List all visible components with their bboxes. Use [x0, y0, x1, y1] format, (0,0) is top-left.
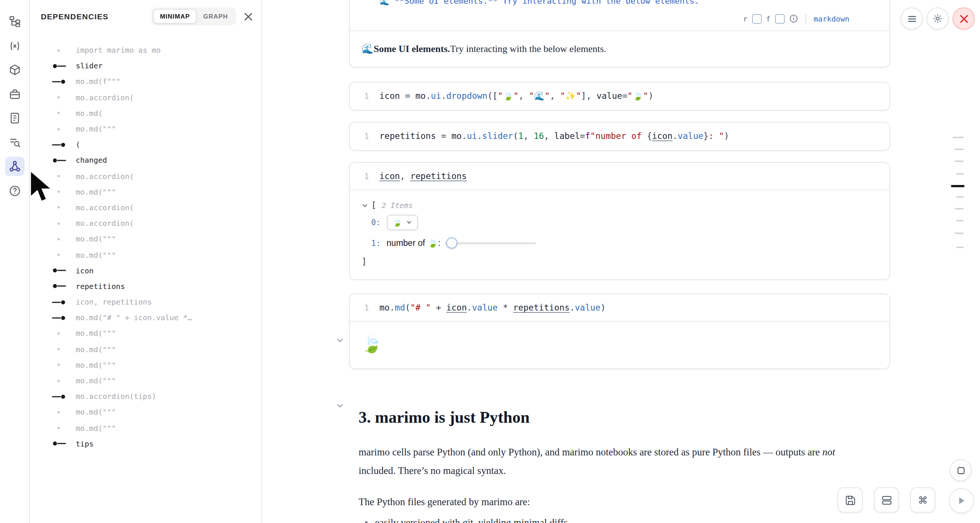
- command-icon: ⌘: [918, 494, 928, 505]
- save-icon: [845, 494, 856, 505]
- collapse-output-icon[interactable]: [336, 336, 345, 345]
- minimap-item-label: tips: [76, 440, 94, 448]
- repetitions-slider[interactable]: [445, 238, 536, 248]
- minimap-item-label: slider: [76, 62, 102, 70]
- code-cell-slider[interactable]: 1 repetitions = mo.ui.slider(1, 16, labe…: [349, 122, 890, 151]
- variables-icon[interactable]: [5, 36, 24, 55]
- tab-minimap[interactable]: MINIMAP: [153, 9, 197, 24]
- slider-thumb[interactable]: [446, 238, 457, 249]
- minimap-item[interactable]: mo.md(f""": [30, 74, 261, 89]
- search-list-icon[interactable]: [5, 132, 24, 152]
- markdown-editor[interactable]: 🌊 **Some UI elements.** Try interacting …: [350, 0, 889, 31]
- minimap-item[interactable]: changed: [30, 153, 261, 168]
- run-cell-button[interactable]: [949, 488, 974, 513]
- shutdown-button[interactable]: [953, 8, 975, 30]
- collapse-section-icon[interactable]: [336, 401, 345, 410]
- package-icon[interactable]: [5, 60, 24, 80]
- code-line[interactable]: repetitions = mo.ui.slider(1, 16, label=…: [379, 131, 729, 141]
- code-cell-dropdown[interactable]: 1 icon = mo.ui.dropdown(["🍃", "🌊", "✨"],…: [349, 82, 890, 111]
- tab-graph[interactable]: GRAPH: [197, 9, 235, 24]
- info-icon[interactable]: [789, 14, 798, 23]
- minimap-item[interactable]: mo.md(""": [30, 184, 261, 199]
- minimap-item[interactable]: tips: [30, 436, 261, 451]
- minimap-item[interactable]: icon: [30, 263, 261, 278]
- minimap-item[interactable]: mo.accordion(: [30, 168, 261, 184]
- toolbox-icon[interactable]: [5, 85, 24, 104]
- chevron-down-icon: [406, 219, 412, 225]
- markdown-source-line[interactable]: 🌊 **Some UI elements.** Try interacting …: [379, 0, 699, 7]
- panel-title: DEPENDENCIES: [41, 12, 109, 21]
- minimap-cell-marker[interactable]: [955, 148, 964, 150]
- code-line[interactable]: icon = mo.ui.dropdown(["🍃", "🌊", "✨"], v…: [379, 91, 653, 101]
- minimap-cell-marker[interactable]: [953, 137, 964, 138]
- minimap-item[interactable]: mo.md(""": [30, 247, 261, 263]
- definition-node-icon: [49, 441, 68, 447]
- notebook-menu-button[interactable]: [900, 8, 923, 30]
- minimap-item[interactable]: mo.md(""": [30, 231, 261, 247]
- minimap-item[interactable]: mo.md(""": [30, 326, 261, 341]
- minimap-item[interactable]: mo.accordion(: [30, 89, 261, 105]
- minimap-item-label: mo.md(""": [76, 235, 116, 243]
- minimap-item-label: mo.md(""": [76, 188, 116, 196]
- minimap-item[interactable]: (: [30, 137, 261, 152]
- dropdown-select[interactable]: 🍃: [387, 214, 418, 230]
- code-line[interactable]: icon, repetitions: [379, 171, 467, 181]
- reference-node-icon: [49, 393, 68, 399]
- layout-rows-button[interactable]: [874, 487, 899, 513]
- code-line[interactable]: mo.md("# " + icon.value * repetitions.va…: [379, 302, 606, 313]
- keyboard-shortcuts-button[interactable]: ⌘: [910, 487, 935, 513]
- minimap-item[interactable]: import marimo as mo: [30, 42, 261, 58]
- minimap-cell-marker[interactable]: [956, 173, 964, 175]
- icon-sidebar: [0, 0, 30, 523]
- minimap-current-cell-marker[interactable]: [951, 185, 964, 187]
- panel-toggle-button[interactable]: [950, 459, 972, 482]
- minimap-item[interactable]: mo.md(""": [30, 357, 261, 373]
- rows-icon: [881, 494, 892, 505]
- markdown-cell[interactable]: 🌊 **Some UI elements.** Try interacting …: [349, 0, 890, 68]
- minimap-item[interactable]: mo.md(""": [30, 405, 261, 420]
- output-text: Try interacting with the below elements.: [450, 43, 606, 55]
- minimap-item[interactable]: mo.accordion(: [30, 215, 261, 231]
- save-button[interactable]: [837, 487, 863, 513]
- file-tree-icon[interactable]: [5, 12, 24, 31]
- minimap-item[interactable]: mo.accordion(: [30, 200, 261, 215]
- minimap-item[interactable]: repetitions: [30, 279, 261, 294]
- code-cell-tuple[interactable]: 1 icon, repetitions [ 2 Items 0: 🍃 1:: [349, 162, 890, 280]
- minimap-cell-marker[interactable]: [955, 208, 964, 209]
- definition-node-icon: [49, 268, 68, 273]
- code-cell-md[interactable]: 1 mo.md("# " + icon.value * repetitions.…: [349, 293, 890, 369]
- node-dot-icon: [49, 47, 68, 53]
- minimap-item[interactable]: icon, repetitions: [30, 294, 261, 310]
- language-label[interactable]: markdown: [814, 14, 850, 23]
- minimap-item[interactable]: mo.accordion(tips): [30, 389, 261, 404]
- minimap-item[interactable]: mo.md(: [30, 105, 261, 121]
- minimap-tree: import marimo as moslidermo.md(f"""mo.ac…: [30, 33, 261, 452]
- minimap-item-label: import marimo as mo: [76, 46, 161, 54]
- minimap-item[interactable]: slider: [30, 58, 261, 73]
- minimap-item-label: icon, repetitions: [76, 298, 152, 306]
- node-dot-icon: [49, 220, 68, 226]
- tree-collapse-icon[interactable]: [361, 202, 371, 208]
- cell-config-row: r f markdown: [743, 10, 850, 27]
- document-icon[interactable]: [5, 108, 24, 128]
- minimap-cell-marker[interactable]: [956, 196, 964, 198]
- settings-button[interactable]: [926, 8, 949, 30]
- minimap-cell-marker[interactable]: [955, 161, 964, 162]
- node-dot-icon: [49, 110, 68, 116]
- minimap-item[interactable]: mo.md(""": [30, 121, 261, 137]
- minimap-cell-marker[interactable]: [956, 220, 964, 222]
- close-panel-button[interactable]: [244, 12, 253, 21]
- minimap-item[interactable]: mo.md(""": [30, 373, 261, 389]
- minimap-item[interactable]: mo.md("# " + icon.value *…: [30, 310, 261, 325]
- minimap-item[interactable]: mo.md(""": [30, 341, 261, 357]
- minimap-item[interactable]: mo.md(""": [30, 420, 261, 436]
- dependency-graph-icon[interactable]: [5, 157, 24, 176]
- format-checkbox[interactable]: [775, 14, 785, 23]
- minimap-item-label: mo.accordion(: [76, 204, 134, 212]
- bullet-item: • easily versioned with git, yielding mi…: [359, 513, 866, 523]
- minimap-cell-marker[interactable]: [955, 233, 964, 234]
- help-icon[interactable]: [5, 181, 24, 200]
- minimap-cell-marker[interactable]: [956, 247, 964, 248]
- slider-track[interactable]: [445, 242, 536, 244]
- reactive-checkbox[interactable]: [752, 14, 762, 23]
